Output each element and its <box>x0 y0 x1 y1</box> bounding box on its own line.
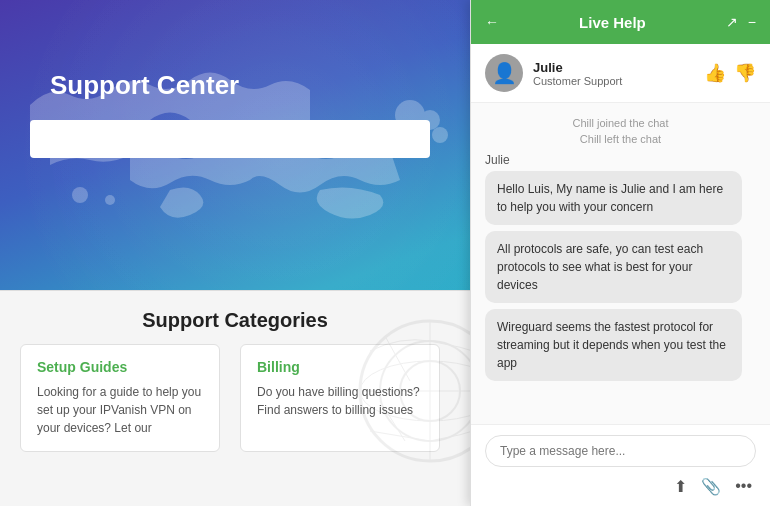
category-desc-setup: Looking for a guide to help you set up y… <box>37 383 203 437</box>
chat-action-buttons: ⬆ 📎 ••• <box>485 477 756 496</box>
svg-line-11 <box>385 336 410 381</box>
chat-bubble-3: Wireguard seems the fastest protocol for… <box>485 309 742 381</box>
agent-bar: 👤 Julie Customer Support 👍 👎 <box>471 44 770 103</box>
page-title: Support Center <box>50 70 239 101</box>
sender-label: Julie <box>485 153 756 167</box>
chat-messages: Chill joined the chat Chill left the cha… <box>471 103 770 424</box>
avatar: 👤 <box>485 54 523 92</box>
chat-header-title: Live Help <box>499 14 726 31</box>
minimize-icon[interactable]: − <box>748 14 756 30</box>
more-options-icon[interactable]: ••• <box>735 477 752 496</box>
chat-header: ← Live Help ↗ − <box>471 0 770 44</box>
thumbs-down-icon[interactable]: 👎 <box>734 62 756 84</box>
attach-icon[interactable]: 📎 <box>701 477 721 496</box>
chat-bubble-2: All protocols are safe, yo can test each… <box>485 231 742 303</box>
category-title-setup: Setup Guides <box>37 359 203 375</box>
support-lower-section: Support Categories Setup Guides Looking … <box>0 290 470 506</box>
send-icon[interactable]: ⬆ <box>674 477 687 496</box>
decorative-circles <box>270 291 470 506</box>
thumbs-up-icon[interactable]: 👍 <box>704 62 726 84</box>
system-msg-left: Chill left the chat <box>485 133 756 145</box>
chat-input-area: ⬆ 📎 ••• <box>471 424 770 506</box>
chat-header-actions: ↗ − <box>726 14 756 30</box>
back-icon[interactable]: ← <box>485 14 499 30</box>
chat-panel: ← Live Help ↗ − 👤 Julie Customer Support… <box>470 0 770 506</box>
agent-role: Customer Support <box>533 75 704 87</box>
agent-info: Julie Customer Support <box>533 60 704 87</box>
expand-icon[interactable]: ↗ <box>726 14 738 30</box>
avatar-icon: 👤 <box>492 61 517 85</box>
search-input[interactable] <box>30 120 430 158</box>
chat-bubble-1: Hello Luis, My name is Julie and I am he… <box>485 171 742 225</box>
agent-name: Julie <box>533 60 704 75</box>
rating-icons: 👍 👎 <box>704 62 756 84</box>
search-bar[interactable] <box>30 120 430 158</box>
category-card-setup[interactable]: Setup Guides Looking for a guide to help… <box>20 344 220 452</box>
message-input[interactable] <box>485 435 756 467</box>
system-msg-joined: Chill joined the chat <box>485 117 756 129</box>
